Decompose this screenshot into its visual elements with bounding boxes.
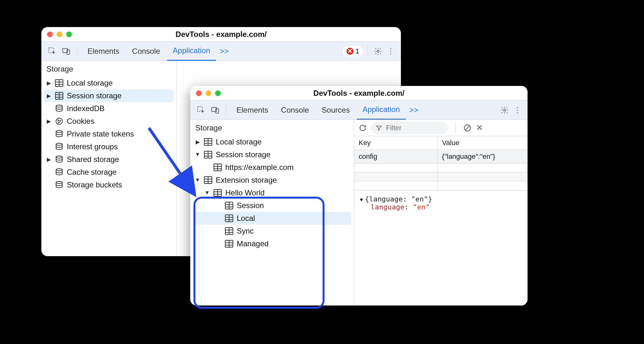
tree-item-indexeddb[interactable]: IndexedDB <box>41 102 176 115</box>
cell-value[interactable]: {"language":"en"} <box>438 150 528 164</box>
device-toolbar-icon[interactable] <box>60 45 73 58</box>
chevron-down-icon[interactable] <box>195 177 200 183</box>
chevron-down-icon[interactable] <box>204 190 210 196</box>
chevron-down-icon[interactable] <box>195 151 200 158</box>
tree-item-ext-sync[interactable]: Sync <box>190 225 354 237</box>
refresh-icon[interactable] <box>359 122 367 134</box>
storage-tree: Local storage Session storage IndexedDB … <box>41 75 176 196</box>
svg-point-21 <box>56 181 62 184</box>
clear-all-icon[interactable] <box>463 122 472 134</box>
error-count[interactable]: ✕ 1 <box>343 46 363 57</box>
chevron-right-icon[interactable] <box>46 93 52 99</box>
tree-item-extension-hello-world[interactable]: Hello World <box>190 186 354 199</box>
more-tabs-button[interactable]: >> <box>217 47 231 56</box>
titlebar: DevTools - example.com/ <box>41 27 401 42</box>
svg-point-13 <box>56 118 62 124</box>
tree-item-shared-storage[interactable]: Shared storage <box>41 153 176 166</box>
svg-point-12 <box>56 105 62 107</box>
table-icon <box>225 240 234 248</box>
detail-toolbar: ✕ <box>354 120 528 136</box>
tab-console[interactable]: Console <box>275 101 315 120</box>
chevron-down-icon[interactable]: ▼ <box>360 197 363 203</box>
tree-label: Hello World <box>225 188 265 197</box>
more-tabs-button[interactable]: >> <box>407 106 421 115</box>
svg-point-15 <box>60 121 61 122</box>
error-icon: ✕ <box>346 48 354 55</box>
zoom-window-button[interactable] <box>215 90 221 96</box>
inspect-element-icon[interactable] <box>46 45 59 58</box>
tree-item-local-storage[interactable]: Local storage <box>190 136 354 148</box>
close-window-button[interactable] <box>47 32 53 37</box>
table-icon <box>55 79 64 87</box>
kebab-menu-icon[interactable]: ⋮ <box>512 106 523 115</box>
devtools-toolbar: Elements Console Application >> ✕ 1 ⋮ <box>41 42 401 61</box>
table-row-empty <box>354 181 528 190</box>
tree-label: Local <box>237 214 255 223</box>
tree-item-ext-local[interactable]: Local <box>193 212 351 225</box>
tab-label: Elements <box>236 106 268 115</box>
storage-table: Key Value config {"language":"en"} <box>354 136 528 190</box>
tree-item-storage-buckets[interactable]: Storage buckets <box>41 179 176 191</box>
settings-icon[interactable] <box>499 106 510 114</box>
svg-point-16 <box>59 122 60 123</box>
tab-elements[interactable]: Elements <box>231 101 274 120</box>
column-header-value[interactable]: Value <box>438 136 528 150</box>
table-icon <box>225 201 234 210</box>
application-sidebar: Storage Local storage Session storage In… <box>41 61 177 256</box>
tree-item-session-origin[interactable]: https://example.com <box>190 161 354 174</box>
preview-summary-line[interactable]: ▼{language: "en"} <box>360 195 522 203</box>
table-icon <box>225 214 234 222</box>
tree-label: Session storage <box>67 91 122 100</box>
database-icon <box>55 181 64 189</box>
filter-input-wrapper[interactable] <box>371 122 448 134</box>
database-icon <box>55 130 64 138</box>
tree-item-private-state-tokens[interactable]: Private state tokens <box>41 128 176 140</box>
zoom-window-button[interactable] <box>66 32 72 37</box>
close-window-button[interactable] <box>196 90 202 96</box>
inspect-element-icon[interactable] <box>195 104 207 116</box>
table-row[interactable]: config {"language":"en"} <box>354 150 528 164</box>
tree-item-session-storage[interactable]: Session storage <box>44 89 174 102</box>
svg-point-25 <box>504 109 506 111</box>
divider <box>368 46 368 57</box>
tree-item-interest-groups[interactable]: Interest groups <box>41 140 176 153</box>
value-preview: ▼{language: "en"} language: "en" <box>354 190 528 215</box>
minimize-window-button[interactable] <box>57 32 62 37</box>
column-header-key[interactable]: Key <box>354 136 438 150</box>
delete-selected-icon[interactable]: ✕ <box>476 122 483 134</box>
preview-property-line[interactable]: language: "en" <box>360 203 522 211</box>
tree-item-extension-storage[interactable]: Extension storage <box>190 174 354 186</box>
cell-key[interactable]: config <box>354 150 438 164</box>
svg-point-14 <box>58 120 59 121</box>
tab-label: Elements <box>88 47 119 56</box>
tree-label: Session storage <box>216 150 270 159</box>
chevron-right-icon[interactable] <box>46 156 52 163</box>
tab-label: Application <box>173 46 210 55</box>
devtools-window-after: DevTools - example.com/ Elements Console… <box>190 86 528 305</box>
tab-sources[interactable]: Sources <box>316 101 355 120</box>
kebab-menu-icon[interactable]: ⋮ <box>385 47 396 56</box>
filter-input[interactable] <box>385 123 436 132</box>
divider <box>77 46 77 57</box>
tab-application[interactable]: Application <box>167 42 216 61</box>
tab-console[interactable]: Console <box>126 42 166 61</box>
chevron-right-icon[interactable] <box>46 118 52 125</box>
settings-icon[interactable] <box>372 47 384 55</box>
minimize-window-button[interactable] <box>206 90 211 96</box>
tree-label: Storage buckets <box>67 180 122 189</box>
tree-item-local-storage[interactable]: Local storage <box>41 77 176 89</box>
table-icon <box>204 151 213 159</box>
tree-label: Cookies <box>67 117 94 126</box>
tree-item-ext-managed[interactable]: Managed <box>190 237 354 250</box>
chevron-right-icon[interactable] <box>46 80 52 87</box>
tree-item-session-storage[interactable]: Session storage <box>190 148 354 161</box>
tab-elements[interactable]: Elements <box>82 42 125 61</box>
tree-item-cookies[interactable]: Cookies <box>41 115 176 128</box>
tree-item-ext-session[interactable]: Session <box>190 199 354 212</box>
divider <box>455 123 456 133</box>
chevron-right-icon[interactable] <box>195 139 200 145</box>
device-toolbar-icon[interactable] <box>209 104 221 116</box>
tree-item-cache-storage[interactable]: Cache storage <box>41 166 176 179</box>
svg-line-63 <box>465 125 470 130</box>
tab-application[interactable]: Application <box>357 101 405 120</box>
